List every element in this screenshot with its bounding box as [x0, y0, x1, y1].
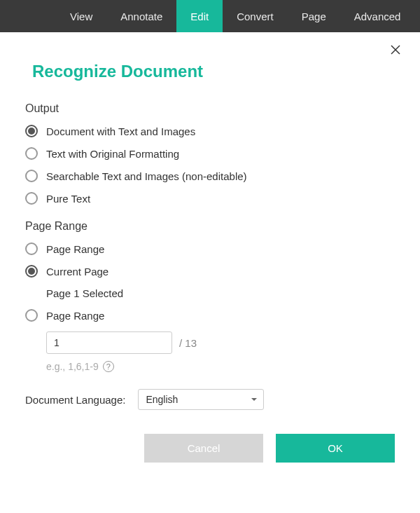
output-option-text-original-formatting[interactable]: Text with Original Formatting: [25, 147, 395, 160]
radio-icon: [25, 125, 38, 137]
page-range-hint-text: e.g., 1,6,1-9: [46, 361, 99, 372]
menubar-item-edit[interactable]: Edit: [176, 0, 223, 32]
page-range-radio-group: Page Range Current Page Page 1 Selected …: [25, 242, 395, 372]
menubar-item-convert[interactable]: Convert: [223, 0, 288, 32]
cancel-button[interactable]: Cancel: [144, 434, 263, 463]
radio-label: Text with Original Formatting: [46, 148, 179, 160]
radio-icon: [25, 242, 38, 255]
dialog-title: Recognize Document: [32, 62, 395, 81]
radio-icon: [25, 170, 38, 182]
document-language-select[interactable]: English: [138, 389, 264, 410]
ok-button[interactable]: OK: [276, 434, 395, 463]
radio-label: Current Page: [46, 266, 108, 278]
radio-icon: [25, 309, 38, 322]
radio-label: Searchable Text and Images (non-editable…: [46, 170, 247, 182]
output-radio-group: Document with Text and Images Text with …: [25, 125, 395, 205]
output-option-searchable-text-images[interactable]: Searchable Text and Images (non-editable…: [25, 170, 395, 182]
dialog-button-row: Cancel OK: [25, 434, 395, 463]
radio-icon: [25, 265, 38, 278]
close-icon[interactable]: [391, 45, 402, 56]
page-range-section-label: Page Range: [25, 220, 395, 233]
radio-label: Pure Text: [46, 193, 90, 205]
page-range-option-all[interactable]: Page Range: [25, 242, 395, 255]
radio-label: Page Range: [46, 243, 104, 255]
radio-icon: [25, 147, 38, 160]
document-language-value: English: [146, 394, 178, 405]
menubar-item-view[interactable]: View: [56, 0, 106, 32]
output-section-label: Output: [25, 102, 395, 115]
radio-icon: [25, 192, 38, 205]
recognize-document-dialog: Recognize Document Output Document with …: [0, 32, 420, 477]
page-range-input[interactable]: [46, 331, 172, 354]
page-range-input-row: / 13: [46, 331, 395, 354]
total-pages-label: / 13: [179, 337, 197, 349]
radio-label: Document with Text and Images: [46, 125, 195, 137]
output-option-document-text-images[interactable]: Document with Text and Images: [25, 125, 395, 137]
menubar-item-advanced[interactable]: Advanced: [340, 0, 415, 32]
menubar: View Annotate Edit Convert Page Advanced: [0, 0, 420, 32]
page-range-option-custom[interactable]: Page Range: [25, 309, 395, 322]
menubar-item-page[interactable]: Page: [288, 0, 340, 32]
current-page-selected-label: Page 1 Selected: [46, 287, 395, 299]
output-option-pure-text[interactable]: Pure Text: [25, 192, 395, 205]
page-range-hint-row: e.g., 1,6,1-9 ?: [46, 361, 395, 372]
radio-label: Page Range: [46, 310, 104, 322]
menubar-item-annotate[interactable]: Annotate: [106, 0, 176, 32]
help-icon[interactable]: ?: [103, 361, 114, 372]
page-range-option-current[interactable]: Current Page: [25, 265, 395, 278]
document-language-label: Document Language:: [25, 394, 125, 406]
document-language-row: Document Language: English: [25, 389, 395, 410]
